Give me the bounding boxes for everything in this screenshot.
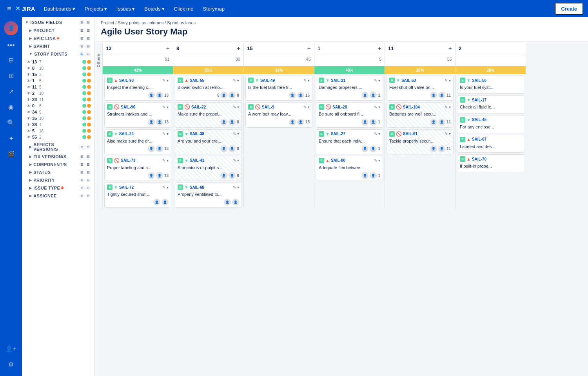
sidebar-icon-settings[interactable]: ⚙ <box>3 357 19 371</box>
card[interactable]: S 🚫 SAIL-104 ✎ ▾ Batteries are well secu… <box>387 102 454 127</box>
sidebar-icon-map[interactable]: ↗ <box>3 84 19 98</box>
card-edit-icon[interactable]: ✎ ▾ <box>374 132 380 136</box>
col-progress-2: 33% <box>244 66 314 74</box>
panel-item-assignee[interactable]: ▶ ASSIGNEE ⊞ ⊟ <box>22 192 94 200</box>
card-type-icon: S <box>178 104 183 110</box>
list-view-icon[interactable]: ⊟ <box>85 20 91 25</box>
card-edit-icon[interactable]: ✎ ▾ <box>233 105 239 109</box>
card[interactable]: S ▼ SAIL-24 ✎ ▾ Also make sure the dr...… <box>104 129 171 154</box>
card-edit-icon[interactable]: ✎ ▾ <box>233 185 239 190</box>
col-add-3[interactable]: + <box>378 45 381 52</box>
card[interactable]: S ▲ SAIL-55 ✎ ▾ Blower switch at remo...… <box>175 76 242 101</box>
card[interactable]: S ▼ SAIL-45 For any enclose... <box>457 115 524 133</box>
card-edit-icon[interactable]: ✎ ▾ <box>162 185 169 190</box>
nav-storymap[interactable]: Storymap <box>199 4 229 14</box>
panel-item-story-points[interactable]: ▼ STORY POINTS ⊞ ⊟ <box>22 50 94 58</box>
avatar[interactable]: 👤 <box>4 21 18 35</box>
card[interactable]: S 🚫 SAIL-28 ✎ ▾ Be sure all onboard fi..… <box>316 102 383 127</box>
nav-projects[interactable]: Projects ▾ <box>81 4 111 14</box>
card-edit-icon[interactable]: ✎ ▾ <box>374 105 380 109</box>
panel-item-status[interactable]: ▶ STATUS ⊞ ⊟ <box>22 168 94 176</box>
sp-row[interactable]: 👁 35 10 <box>22 115 94 121</box>
card-edit-icon[interactable]: ✎ ▾ <box>445 105 451 109</box>
col-add-4[interactable]: + <box>448 45 452 52</box>
sp-row[interactable]: 👁 2 10 <box>22 90 94 96</box>
sp-row[interactable]: 👁 0 8 <box>22 103 94 109</box>
nav-dashboards[interactable]: Dashboards ▾ <box>40 4 79 14</box>
card-edit-icon[interactable]: ✎ ▾ <box>445 132 451 136</box>
card-edit-icon[interactable]: ✎ ▾ <box>303 105 310 109</box>
card-edit-icon[interactable]: ✎ ▾ <box>233 132 239 136</box>
card[interactable]: S 🚫 SAIL-96 ✎ ▾ Strainers intakes and ..… <box>104 102 171 127</box>
card[interactable]: S ▲ SAIL-67 Labeled and des... <box>457 135 524 153</box>
card[interactable]: S ▼ SAIL-56 Is your fuel syst... <box>457 76 524 94</box>
card-edit-icon[interactable]: ✎ ▾ <box>162 105 169 109</box>
card[interactable]: S ▲ SAIL-93 ✎ ▾ Inspect the steering c..… <box>104 76 171 101</box>
sidebar-icon-chart[interactable]: ◉ <box>3 100 19 114</box>
card[interactable]: S 🚫 SAIL-61 ✎ ▾ Tackle properly secur...… <box>387 129 454 154</box>
panel-item-affects-version[interactable]: ▶ AFFECTS VERSION/S ⊞ ⊟ <box>22 141 94 153</box>
panel-item-component[interactable]: ▶ COMPONENT/S ⊞ ⊟ <box>22 161 94 168</box>
card[interactable]: S ▼ SAIL-38 ✎ ▾ Are you and your cre... … <box>175 129 242 154</box>
card-edit-icon[interactable]: ✎ ▾ <box>303 78 310 83</box>
sp-row[interactable]: 👁 5 16 <box>22 128 94 134</box>
card[interactable]: S ▼ SAIL-49 ✎ ▾ Is the fuel tank free fr… <box>245 76 312 101</box>
sp-row[interactable]: 👁 15 3 <box>22 71 94 78</box>
sidebar-icon-grid[interactable]: ⊞ <box>3 69 19 83</box>
sp-row[interactable]: 👁 34 9 <box>22 109 94 115</box>
hamburger-menu[interactable]: ≡ <box>5 2 14 15</box>
sp-row[interactable]: 👁 13 7 <box>22 59 94 65</box>
nav-clickme[interactable]: Click me <box>170 4 198 14</box>
card[interactable]: S 🚫 SAIL-9 ✎ ▾ A worn belt may leav... 👤… <box>245 102 312 127</box>
card-edit-icon[interactable]: ✎ ▾ <box>374 158 380 163</box>
panel-item-project[interactable]: ▶ PROJECT ⊞ ⊟ <box>22 27 94 34</box>
nav-boards[interactable]: Boards ▾ <box>140 4 168 14</box>
panel-item-fix-version[interactable]: ▶ FIX VERSION/S ⊞ ⊟ <box>22 153 94 161</box>
card-type-icon: S <box>178 158 183 163</box>
sp-row[interactable]: 👁 11 5 <box>22 84 94 90</box>
card-edit-icon[interactable]: ✎ ▾ <box>374 78 380 83</box>
nav-issues[interactable]: Issues ▾ <box>113 4 139 14</box>
card-edit-icon[interactable]: ✎ ▾ <box>162 78 169 83</box>
sidebar-icon-film[interactable]: 🎬 <box>3 147 19 161</box>
card[interactable]: S ▼ SAIL-17 Check all fluid le... <box>457 95 524 113</box>
card-edit-icon[interactable]: ✎ ▾ <box>445 78 451 83</box>
sidebar-icon-plugin[interactable]: ✦ <box>3 131 19 145</box>
card[interactable]: S ▼ SAIL-21 ✎ ▾ Damaged propellers ... 👤… <box>316 76 383 101</box>
col-add-1[interactable]: + <box>237 45 240 52</box>
sidebar-icon-search[interactable]: 🔍 <box>3 116 19 130</box>
card-edit-icon[interactable]: ✎ ▾ <box>162 158 169 163</box>
board-scroll[interactable]: Others 13 + 91 43% S <box>94 42 588 376</box>
card[interactable]: S ▼ SAIL-27 ✎ ▾ Ensure that each indiv..… <box>316 129 383 154</box>
panel-item-priority[interactable]: ▶ PRIORITY ⊞ ⊟ <box>22 176 94 184</box>
card[interactable]: S ▲ SAIL-70 If built-in prope... <box>457 154 524 172</box>
sp-row[interactable]: 👁 23 11 <box>22 96 94 103</box>
col-add-2[interactable]: + <box>307 45 311 52</box>
sp-row[interactable]: 👁 38 1 <box>22 121 94 128</box>
sp-row[interactable]: 👁 8 10 <box>22 65 94 71</box>
card-edit-icon[interactable]: ✎ ▾ <box>233 78 239 83</box>
panel-item-issue-type[interactable]: ▶ ISSUE TYPE ✱ ⊞ ⊟ <box>22 184 94 192</box>
create-button[interactable]: Create <box>555 3 583 15</box>
more-icon[interactable]: ••• <box>7 42 15 50</box>
issue-fields-header[interactable]: ▼ ISSUE FIELDS ⊞ ⊟ <box>22 17 94 27</box>
card[interactable]: S ▼ SAIL-53 ✎ ▾ Fuel shut-off valve on..… <box>387 76 454 101</box>
card-edit-icon[interactable]: ✎ ▾ <box>233 158 239 163</box>
sidebar-icon-user-add[interactable]: 👤+ <box>3 342 19 356</box>
card[interactable]: S ▼ SAIL-72 ✎ ▾ Tightly secured shut-...… <box>104 183 171 208</box>
panel-item-sprint[interactable]: ▶ SPRINT ⊞ ⊟ <box>22 42 94 50</box>
avatar: 👤 <box>153 199 160 206</box>
card[interactable]: S ▼ SAIL-41 ✎ ▾ Stanchions or pulpit s..… <box>175 156 242 181</box>
card[interactable]: S 🚫 SAIL-22 ✎ ▾ Make sure the propel... … <box>175 102 242 127</box>
card[interactable]: S 🚫 SAIL-73 ✎ ▾ Proper labeling and c...… <box>104 156 171 181</box>
panel-item-epic-link[interactable]: ▶ EPIC LINK ✱ ⊞ ⊟ <box>22 34 94 42</box>
sp-row[interactable]: 👁 1 5 <box>22 78 94 84</box>
grid-view-icon[interactable]: ⊞ <box>79 20 85 25</box>
col-add-0[interactable]: + <box>166 45 170 52</box>
card[interactable]: S ▼ SAIL-68 ✎ ▾ Properly ventilated to..… <box>175 183 242 208</box>
card-edit-icon[interactable]: ✎ ▾ <box>162 132 169 136</box>
sidebar-icon-board[interactable]: ⊟ <box>3 53 19 67</box>
sp-row[interactable]: 👁 55 2 <box>22 134 94 140</box>
jira-logo[interactable]: ✕ JIRA <box>15 5 35 12</box>
card[interactable]: S ▲ SAIL-80 ✎ ▾ Adequate flex betwee... … <box>316 156 383 181</box>
